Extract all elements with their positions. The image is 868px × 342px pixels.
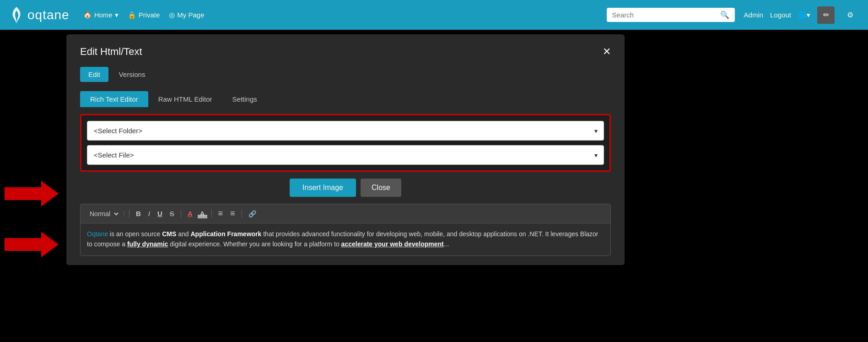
- app-logo: oqtane: [9, 6, 70, 24]
- file-select-wrapper: <Select File> ▾: [87, 145, 604, 165]
- tab-rich-text-editor[interactable]: Rich Text Editor: [80, 91, 148, 107]
- nav-right: Admin Logout 🌐▾ ✏ ⚙: [744, 6, 859, 24]
- settings-button[interactable]: ⚙: [841, 6, 859, 24]
- file-select[interactable]: <Select File>: [87, 145, 604, 165]
- home-label[interactable]: Home: [94, 11, 113, 19]
- arrow-bottom: [5, 232, 59, 257]
- circle-icon: ◎: [169, 11, 175, 19]
- format-select[interactable]: Normal: [86, 209, 120, 219]
- editor-content[interactable]: Oqtane is an open source CMS and Applica…: [81, 223, 610, 255]
- tab-settings[interactable]: Settings: [222, 91, 267, 107]
- search-icon: 🔍: [720, 11, 729, 19]
- ordered-list-button[interactable]: ≡: [216, 208, 226, 219]
- tab-edit[interactable]: Edit: [80, 67, 108, 82]
- modal-header: Edit Html/Text ✕: [80, 46, 611, 58]
- search-bar[interactable]: 🔍: [607, 8, 735, 22]
- folder-select-wrapper: <Select Folder> ▾: [87, 121, 604, 141]
- strikethrough-button[interactable]: S: [167, 209, 177, 218]
- divider-1: [129, 210, 129, 218]
- divider-4: [242, 210, 242, 218]
- bold-button[interactable]: B: [134, 209, 143, 218]
- oqtane-link[interactable]: Oqtane: [87, 230, 108, 238]
- font-bg-button[interactable]: A: [198, 209, 207, 218]
- top-navigation: oqtane 🏠 Home ▾ 🔒 Private ◎ My Page 🔍 Ad…: [0, 0, 868, 30]
- divider-3: [211, 210, 212, 218]
- home-chevron-icon: ▾: [115, 11, 119, 19]
- unordered-list-button[interactable]: ≡: [228, 208, 237, 219]
- page-content: Edit Html/Text ✕ Edit Versions Rich Text…: [0, 30, 868, 342]
- editor-tab-group: Rich Text Editor Raw HTML Editor Setting…: [80, 91, 611, 107]
- arrow-top: [5, 181, 59, 206]
- link-button[interactable]: 🔗: [246, 209, 259, 218]
- edit-html-modal: Edit Html/Text ✕ Edit Versions Rich Text…: [66, 34, 625, 265]
- nav-links: 🏠 Home ▾ 🔒 Private ◎ My Page: [83, 11, 607, 19]
- folder-select[interactable]: <Select Folder>: [87, 121, 604, 141]
- close-button[interactable]: Close: [361, 179, 401, 197]
- underline-button[interactable]: U: [155, 209, 165, 218]
- action-buttons: Insert Image Close: [80, 179, 611, 197]
- gear-icon: ⚙: [847, 11, 853, 19]
- search-input[interactable]: [612, 11, 720, 19]
- app-name-text: oqtane: [27, 8, 70, 22]
- tab-versions[interactable]: Versions: [111, 67, 154, 82]
- lock-icon: 🔒: [128, 11, 136, 19]
- modal-title: Edit Html/Text: [80, 46, 142, 58]
- file-select-section: <Select Folder> ▾ <Select File> ▾: [80, 114, 611, 172]
- home-icon: 🏠: [83, 11, 92, 19]
- nav-mypage[interactable]: ◎ My Page: [169, 11, 204, 19]
- logout-link[interactable]: Logout: [770, 11, 791, 19]
- nav-home[interactable]: 🏠 Home ▾: [83, 11, 119, 19]
- font-color-button[interactable]: A: [185, 209, 195, 218]
- insert-image-button[interactable]: Insert Image: [290, 179, 356, 197]
- italic-button[interactable]: I: [146, 209, 152, 218]
- pencil-icon: ✏: [823, 11, 829, 19]
- mypage-label[interactable]: My Page: [177, 11, 204, 19]
- edit-pencil-button[interactable]: ✏: [817, 6, 835, 24]
- divider-2: [181, 210, 181, 218]
- rich-text-editor-area: Normal ⁝ B I U S A A ≡ ≡ 🔗 Oqtane is an …: [80, 204, 611, 256]
- admin-link[interactable]: Admin: [744, 11, 764, 19]
- tab-raw-html-editor[interactable]: Raw HTML Editor: [148, 91, 222, 107]
- format-divider: ⁝: [123, 209, 125, 218]
- main-tab-group: Edit Versions: [80, 67, 611, 82]
- nav-private[interactable]: 🔒 Private: [128, 11, 160, 19]
- globe-icon[interactable]: 🌐▾: [798, 11, 810, 19]
- editor-toolbar: Normal ⁝ B I U S A A ≡ ≡ 🔗: [81, 204, 610, 223]
- modal-close-button[interactable]: ✕: [603, 47, 611, 57]
- private-label[interactable]: Private: [139, 11, 160, 19]
- annotation-arrows: [5, 181, 59, 257]
